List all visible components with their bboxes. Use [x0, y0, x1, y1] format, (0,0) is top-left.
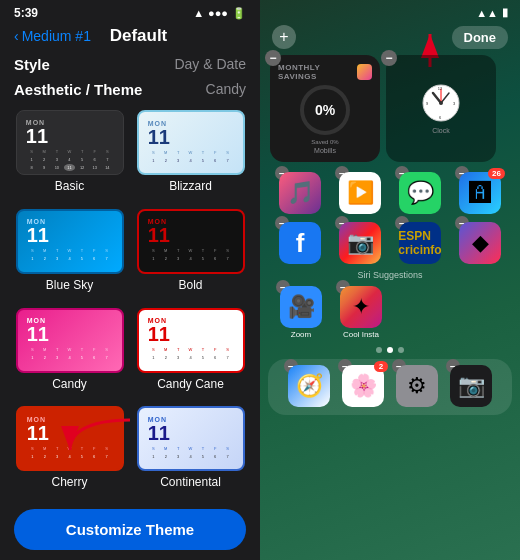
app-icon-instagram[interactable]: − 📷	[339, 222, 381, 264]
style-value: Day & Date	[174, 56, 246, 73]
app-icon-facebook[interactable]: − f	[279, 222, 321, 264]
theme-name-basic: Basic	[55, 179, 84, 193]
theme-section: Aesthetic / Theme Candy	[0, 77, 260, 104]
savings-widget-minus[interactable]: −	[265, 50, 281, 66]
page-dot-2	[387, 347, 393, 353]
app-icon-img-zoom: 🎥	[280, 286, 322, 328]
dock-icon-settings[interactable]: − ⚙	[396, 365, 438, 407]
plus-icon: +	[279, 28, 288, 46]
clock-widget-label: Clock	[432, 127, 450, 134]
right-status-icons: ▲▲ ▮	[476, 6, 508, 19]
app-row-2: − f − 📷 − ESPNcricinfo − ◆	[260, 218, 520, 268]
theme-item-cherry[interactable]: MON 11 SMTWTFS 1234567 Cherry	[14, 406, 125, 495]
coolinsta-label: Cool Insta	[343, 330, 379, 339]
left-panel: 5:39 ▲ ●●● 🔋 ‹ Medium #1 Default Style D…	[0, 0, 260, 560]
photos-badge: 2	[374, 361, 388, 372]
savings-sub: Saved 0%	[278, 139, 372, 145]
svg-point-6	[439, 101, 443, 105]
savings-pct: 0%	[315, 102, 335, 118]
theme-item-bold[interactable]: MON 11 SMTWTFS 1234567 Bold	[135, 209, 246, 298]
savings-widget: − MONTHLY SAVINGS 0% Saved 0% Mobills	[270, 55, 380, 162]
theme-preview-candy: MON 11 SMTWTFS 1234567	[16, 308, 124, 373]
clock-widget: − 12 3 6 9 Clock	[386, 55, 496, 162]
app-icon-img-cricinfo: ESPNcricinfo	[399, 222, 441, 264]
app-icon-shortcuts[interactable]: − ◆	[459, 222, 501, 264]
right-signal-icon: ▲▲	[476, 7, 498, 19]
theme-item-candy[interactable]: MON 11 SMTWTFS 1234567 Candy	[14, 308, 125, 397]
theme-item-bluesky[interactable]: MON 11 SMTWTFS 1234567 Blue Sky	[14, 209, 125, 298]
theme-preview-cherry: MON 11 SMTWTFS 1234567	[16, 406, 124, 471]
theme-name-continental: Continental	[160, 475, 221, 489]
clock-widget-minus[interactable]: −	[381, 50, 397, 66]
top-nav: ‹ Medium #1 Default	[0, 22, 260, 52]
dock-icon-camera[interactable]: − 📷	[450, 365, 492, 407]
done-button[interactable]: Done	[452, 26, 509, 49]
right-status-bar: ▲▲ ▮	[260, 0, 520, 23]
app-row-3: − 🎥 Zoom − ✦ Cool Insta	[260, 282, 520, 343]
theme-item-basic[interactable]: MON 11 SMTWTFS 1234567 891011121314 Basi…	[14, 110, 125, 199]
wifi-icon: ▲	[193, 7, 204, 19]
theme-label: Aesthetic / Theme	[14, 81, 142, 98]
add-widget-button[interactable]: +	[272, 25, 296, 49]
theme-item-continental[interactable]: MON 11 SMTWTFS 1234567 Continental	[135, 406, 246, 495]
widget-area: − MONTHLY SAVINGS 0% Saved 0% Mobills −	[260, 55, 520, 168]
app-icon-img-music: 🎵	[279, 172, 321, 214]
app-icon-img-whatsapp: 💬	[399, 172, 441, 214]
savings-widget-title: MONTHLY SAVINGS	[278, 63, 372, 81]
theme-preview-candycane: MON 11 SMTWTFS 1234567	[137, 308, 245, 373]
theme-item-candycane[interactable]: MON 11 SMTWTFS 1234567 Candy Cane	[135, 308, 246, 397]
theme-value: Candy	[206, 81, 246, 98]
zoom-label: Zoom	[291, 330, 311, 339]
back-label: Medium #1	[22, 28, 91, 44]
right-battery-icon: ▮	[502, 6, 508, 19]
theme-name-bluesky: Blue Sky	[46, 278, 93, 292]
right-spacer	[272, 6, 312, 19]
back-button[interactable]: ‹ Medium #1	[14, 28, 91, 44]
status-icons: ▲ ●●● 🔋	[193, 7, 246, 20]
app-icon-img-youtube: ▶️	[339, 172, 381, 214]
theme-preview-blizzard: MON 11 SMTWTFS 1234567	[137, 110, 245, 175]
right-panel: ▲▲ ▮ + Done − MONTHLY SAVINGS 0%	[260, 0, 520, 560]
theme-name-cherry: Cherry	[51, 475, 87, 489]
svg-text:12: 12	[438, 86, 443, 91]
app-icon-img-facebook: f	[279, 222, 321, 264]
dock-icon-img-safari: 🧭	[288, 365, 330, 407]
app-icon-youtube[interactable]: − ▶️	[339, 172, 381, 214]
dock-icon-safari[interactable]: − 🧭	[288, 365, 330, 407]
theme-preview-continental: MON 11 SMTWTFS 1234567	[137, 406, 245, 471]
theme-name-candycane: Candy Cane	[157, 377, 224, 391]
theme-item-blizzard[interactable]: MON 11 SMTWTFS 1234567 Blizzard	[135, 110, 246, 199]
mobills-label: Mobills	[278, 147, 372, 154]
app-icon-img-shortcuts: ◆	[459, 222, 501, 264]
dock-icon-photos[interactable]: − 🌸 2	[342, 365, 384, 407]
theme-preview-basic: MON 11 SMTWTFS 1234567 891011121314	[16, 110, 124, 175]
savings-circle: 0%	[300, 85, 350, 135]
theme-name-bold: Bold	[178, 278, 202, 292]
analog-clock-face: 12 3 6 9	[421, 83, 461, 123]
app-icon-img-instagram: 📷	[339, 222, 381, 264]
appstore-badge: 26	[488, 168, 505, 179]
signal-icon: ●●●	[208, 7, 228, 19]
siri-suggestions-label: Siri Suggestions	[260, 268, 520, 282]
status-bar: 5:39 ▲ ●●● 🔋	[0, 0, 260, 22]
app-icon-zoom[interactable]: − 🎥 Zoom	[280, 286, 322, 339]
style-row: Style Day & Date	[0, 52, 260, 77]
app-icon-music[interactable]: − 🎵	[279, 172, 321, 214]
theme-name-blizzard: Blizzard	[169, 179, 212, 193]
dock: − 🧭 − 🌸 2 − ⚙ − 📷	[268, 359, 512, 415]
savings-widget-icon	[357, 64, 372, 80]
theme-name-candy: Candy	[52, 377, 87, 391]
customize-theme-button[interactable]: Customize Theme	[14, 509, 246, 550]
app-icon-whatsapp[interactable]: − 💬	[399, 172, 441, 214]
app-icon-appstore[interactable]: − 🅰 26	[459, 172, 501, 214]
themes-grid: MON 11 SMTWTFS 1234567 891011121314 Basi…	[0, 104, 260, 501]
app-row-1: − 🎵 − ▶️ − 💬 − 🅰 26	[260, 168, 520, 218]
page-dots	[260, 343, 520, 357]
theme-preview-bluesky: MON 11 SMTWTFS 1234567	[16, 209, 124, 274]
style-label: Style	[14, 56, 50, 73]
app-icon-cricinfo[interactable]: − ESPNcricinfo	[399, 222, 441, 264]
app-icon-coolinsta[interactable]: − ✦ Cool Insta	[340, 286, 382, 339]
app-icon-img-coolinsta: ✦	[340, 286, 382, 328]
chevron-left-icon: ‹	[14, 28, 19, 44]
page-dot-1	[376, 347, 382, 353]
